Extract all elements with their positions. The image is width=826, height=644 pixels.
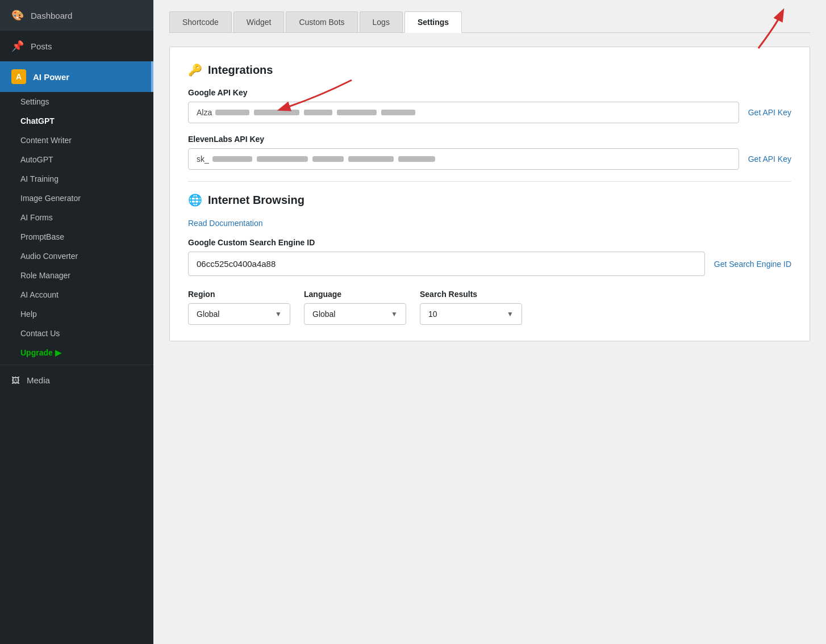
search-engine-input[interactable] [188,252,705,276]
sidebar-item-audio-converter[interactable]: Audio Converter [0,246,153,266]
sidebar-item-dashboard[interactable]: 🎨 Dashboard [0,0,153,31]
sidebar-dashboard-label: Dashboard [31,11,72,20]
search-results-group: Search Results 10 ▼ [420,290,522,325]
tab-custom-bots[interactable]: Custom Bots [286,11,357,32]
sidebar-item-autogpt[interactable]: AutoGPT [0,150,153,169]
sidebar: 🎨 Dashboard 📌 Posts A AI Power Settings … [0,0,153,644]
key-icon: 🔑 [188,63,202,77]
sidebar-item-promptbase[interactable]: PromptBase [0,227,153,246]
sidebar-item-media[interactable]: 🖼 Media [0,367,153,393]
blurred-10 [398,156,435,162]
sidebar-ai-training-label: AI Training [20,174,59,183]
language-label: Language [304,290,406,299]
sidebar-item-upgrade[interactable]: Upgrade ▶ [0,343,153,362]
elevenlabs-api-key-input[interactable]: sk_ [188,148,739,170]
tab-bar: Shortcode Widget Custom Bots Logs Settin… [169,11,810,33]
sidebar-autogpt-label: AutoGPT [20,155,53,164]
language-select[interactable]: Global ▼ [304,303,406,325]
tab-settings[interactable]: Settings [404,11,462,33]
tab-logs[interactable]: Logs [360,11,403,32]
selects-row: Region Global ▼ Language Global ▼ Search… [188,290,791,325]
elevenlabs-api-key-label: ElevenLabs API Key [188,135,791,144]
sidebar-item-content-writer[interactable]: Content Writer [0,131,153,150]
get-search-engine-id-link[interactable]: Get Search Engine ID [714,260,791,269]
sidebar-item-ai-training[interactable]: AI Training [0,169,153,189]
sidebar-chatgpt-label: ChatGPT [20,116,55,126]
main-content: Shortcode Widget Custom Bots Logs Settin… [153,0,826,644]
media-icon: 🖼 [11,375,20,385]
sidebar-item-role-manager[interactable]: Role Manager [0,266,153,285]
get-google-api-key-link[interactable]: Get API Key [748,108,791,117]
blurred-2 [254,110,299,115]
sidebar-upgrade-label: Upgrade ▶ [20,348,61,357]
sidebar-ai-power-label: AI Power [33,72,69,82]
blurred-4 [337,110,377,115]
sidebar-promptbase-label: PromptBase [20,232,64,241]
sidebar-help-label: Help [20,310,37,319]
sidebar-contact-us-label: Contact Us [20,329,60,338]
sidebar-ai-forms-label: AI Forms [20,213,53,222]
search-results-label: Search Results [420,290,522,299]
sidebar-content-writer-label: Content Writer [20,136,72,145]
tab-widget[interactable]: Widget [233,11,285,32]
region-label: Region [188,290,290,299]
blurred-8 [312,156,344,162]
sidebar-audio-converter-label: Audio Converter [20,252,78,261]
sidebar-media-label: Media [27,375,50,385]
sidebar-item-ai-forms[interactable]: AI Forms [0,208,153,227]
search-results-chevron-icon: ▼ [507,310,514,318]
sidebar-item-chatgpt[interactable]: ChatGPT [0,111,153,131]
blurred-9 [348,156,394,162]
sidebar-settings-label: Settings [20,97,49,106]
sidebar-item-settings[interactable]: Settings [0,92,153,111]
elevenlabs-api-key-row: sk_ Get API Key [188,148,791,170]
sidebar-image-generator-label: Image Generator [20,194,81,203]
posts-icon: 📌 [11,40,24,52]
region-chevron-icon: ▼ [275,310,282,318]
sidebar-posts-label: Posts [31,41,52,51]
google-api-key-input[interactable]: Alza [188,102,739,123]
internet-browsing-title: 🌐 Internet Browsing [188,193,791,207]
blurred-5 [381,110,415,115]
sidebar-item-contact-us[interactable]: Contact Us [0,324,153,343]
read-documentation-link[interactable]: Read Documentation [188,219,263,228]
sidebar-item-ai-account[interactable]: AI Account [0,285,153,304]
sidebar-ai-account-label: AI Account [20,290,59,299]
sidebar-item-posts[interactable]: 📌 Posts [0,31,153,61]
blurred-7 [257,156,308,162]
sidebar-item-image-generator[interactable]: Image Generator [0,189,153,208]
get-elevenlabs-api-key-link[interactable]: Get API Key [748,154,791,164]
tab-shortcode[interactable]: Shortcode [169,11,232,32]
region-group: Region Global ▼ [188,290,290,325]
ai-power-icon: A [11,69,26,84]
google-api-key-row: Alza Get API Key [188,102,791,123]
google-api-key-label: Google API Key [188,88,791,97]
blurred-1 [215,110,249,115]
section-separator [188,181,791,182]
globe-icon: 🌐 [188,193,202,207]
blurred-6 [212,156,252,162]
dashboard-icon: 🎨 [11,9,24,22]
integrations-title: 🔑 Integrations [188,63,791,77]
sidebar-item-help[interactable]: Help [0,304,153,324]
region-select[interactable]: Global ▼ [188,303,290,325]
search-engine-row: Get Search Engine ID [188,252,791,276]
sidebar-item-ai-power[interactable]: A AI Power [0,61,153,92]
sidebar-role-manager-label: Role Manager [20,271,70,280]
content-area: 🔑 Integrations Google API Key Alza Get A… [169,47,810,341]
search-results-select[interactable]: 10 ▼ [420,303,522,325]
language-chevron-icon: ▼ [391,310,398,318]
language-group: Language Global ▼ [304,290,406,325]
blurred-3 [304,110,332,115]
search-engine-label: Google Custom Search Engine ID [188,238,791,247]
sidebar-divider [0,365,153,365]
